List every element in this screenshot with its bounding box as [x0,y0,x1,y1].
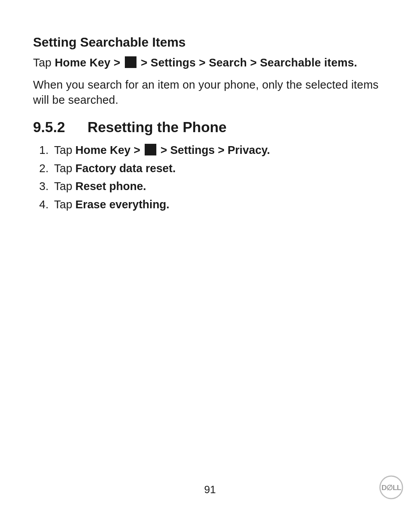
svg-rect-21 [153,145,155,147]
text-tap: Tap [33,56,55,69]
step-pre: Tap [54,162,75,174]
text-path-searchable: > Settings > Search > Searchable items. [138,56,357,69]
svg-rect-19 [149,145,150,147]
step-bold-a: Home Key > [75,144,144,156]
svg-rect-17 [145,144,156,155]
instruction-searchable-path: Tap Home Key > > Settings > Search > Sea… [33,55,387,70]
text-homekey: Home Key > [55,56,124,69]
reset-steps-list: Tap Home Key > > Settings > Privacy. Tap… [33,141,387,213]
dell-logo-icon: D∅LL [379,475,404,500]
step-bold-a: Factory data reset. [75,162,176,174]
step-bold-a: Reset phone. [75,180,146,192]
step-3: Tap Reset phone. [49,177,387,195]
step-pre: Tap [54,198,75,211]
svg-rect-10 [129,63,130,64]
step-4: Tap Erase everything. [49,195,387,213]
step-2: Tap Factory data reset. [49,159,387,177]
svg-rect-9 [126,63,128,64]
svg-rect-31 [149,152,150,154]
svg-rect-27 [149,150,150,152]
svg-rect-26 [146,150,148,152]
heading-resetting-phone: 9.5.2Resetting the Phone [33,119,387,136]
svg-rect-12 [133,63,135,64]
svg-rect-28 [151,150,152,152]
step-bold-a: Erase everything. [75,198,170,211]
apps-grid-icon [125,56,136,68]
svg-rect-5 [126,60,128,62]
svg-rect-13 [126,65,128,66]
text-search-description: When you search for an item on your phon… [33,77,387,108]
svg-rect-20 [151,145,152,147]
section-number: 9.5.2 [33,119,88,136]
step-bold-b: > Settings > Privacy. [158,144,270,156]
step-pre: Tap [54,180,75,192]
svg-rect-30 [146,152,148,154]
section-title: Resetting the Phone [88,119,227,135]
svg-rect-16 [133,65,135,66]
svg-rect-29 [153,150,155,152]
svg-rect-11 [131,63,133,64]
svg-rect-25 [153,148,155,149]
page-number: 91 [0,484,420,496]
svg-rect-24 [151,148,152,149]
svg-rect-0 [125,56,136,68]
svg-rect-22 [146,148,148,149]
apps-grid-icon [145,144,156,155]
svg-rect-3 [131,58,133,59]
heading-searchable-items: Setting Searchable Items [33,35,387,50]
svg-text:D∅LL: D∅LL [382,483,401,492]
svg-rect-1 [126,58,128,59]
svg-rect-14 [129,65,130,66]
step-pre: Tap [54,144,75,156]
svg-rect-4 [133,58,135,59]
svg-rect-8 [133,60,135,62]
svg-rect-32 [151,152,152,154]
svg-rect-15 [131,65,133,66]
svg-rect-7 [131,60,133,62]
svg-rect-18 [146,145,148,147]
svg-rect-33 [153,152,155,154]
step-1: Tap Home Key > > Settings > Privacy. [49,141,387,159]
svg-rect-6 [129,60,130,62]
svg-rect-23 [149,148,150,149]
svg-rect-2 [129,58,130,59]
